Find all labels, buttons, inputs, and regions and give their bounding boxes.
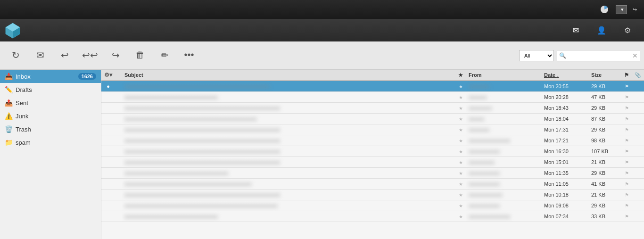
flag-icon[interactable]: ⚑ — [625, 214, 629, 219]
user-dropdown[interactable]: ▾ — [616, 5, 627, 14]
email-flag[interactable]: ⚑ — [621, 179, 632, 190]
col-size[interactable]: Size — [588, 70, 621, 81]
nav-mail[interactable]: ✉ — [566, 23, 588, 38]
star-icon[interactable]: ★ — [459, 160, 463, 165]
reply-button[interactable]: ↩ — [53, 48, 76, 64]
star-icon[interactable]: ★ — [459, 116, 463, 122]
flag-icon[interactable]: ⚑ — [625, 192, 629, 198]
flag-icon[interactable]: ⚑ — [625, 95, 629, 100]
col-subject[interactable]: Subject — [122, 70, 455, 81]
star-icon[interactable]: ★ — [459, 192, 463, 198]
flag-icon[interactable]: ⚑ — [625, 171, 629, 176]
table-row[interactable]: xxxxxxxxxxxxxxxxxxxxxxxxxxxxxxxxxxxxxxxx… — [101, 157, 644, 168]
email-attach — [632, 135, 644, 146]
folder-label-spam: spam — [16, 139, 31, 146]
email-flag[interactable]: ⚑ — [621, 124, 632, 135]
table-row[interactable]: xxxxxxxxxxxxxxxxxxxxxxxxxxxxxxxxxxxx ★ x… — [101, 92, 644, 103]
star-icon[interactable]: ★ — [459, 181, 463, 187]
sidebar-folder-inbox[interactable]: 📥 Inbox 1626 — [0, 70, 101, 83]
sidebar-folder-spam[interactable]: 📁 spam — [0, 136, 101, 149]
table-row[interactable]: xxxxxxxxxxxxxxxxxxxxxxxxxxxxxxxxxxxxxxxx… — [101, 190, 644, 200]
star-icon[interactable]: ★ — [459, 127, 463, 132]
table-row[interactable]: xxxxxxxxxxxxxxxxxxxxxxxxxxxxxxxxxxxxxxxx… — [101, 179, 644, 190]
email-star[interactable]: ★ — [455, 168, 466, 179]
email-flag[interactable]: ⚑ — [621, 92, 632, 103]
email-star[interactable]: ★ — [455, 211, 466, 222]
search-input[interactable] — [566, 53, 632, 58]
star-icon[interactable]: ★ — [459, 95, 463, 100]
email-flag[interactable]: ⚑ — [621, 168, 632, 179]
flag-icon[interactable]: ⚑ — [625, 106, 629, 111]
flag-icon[interactable]: ⚑ — [625, 149, 629, 154]
email-star[interactable]: ★ — [455, 103, 466, 114]
email-flag[interactable]: ⚑ — [621, 157, 632, 168]
mark-button[interactable]: ✏ — [153, 48, 176, 64]
email-star[interactable]: ★ — [455, 190, 466, 200]
email-star[interactable]: ★ — [455, 92, 466, 103]
star-icon[interactable]: ★ — [459, 138, 463, 143]
email-star[interactable]: ★ — [455, 179, 466, 190]
email-star[interactable]: ★ — [455, 135, 466, 146]
email-flag[interactable]: ⚑ — [621, 211, 632, 222]
options-icon[interactable]: ⚙▾ — [104, 72, 112, 78]
forward-button[interactable]: ↪ — [104, 48, 127, 64]
col-star-header[interactable]: ★ — [455, 70, 466, 81]
email-star[interactable]: ★ — [455, 146, 466, 157]
flag-icon[interactable]: ⚑ — [625, 181, 629, 187]
star-icon[interactable]: ★ — [459, 214, 463, 219]
col-options[interactable]: ⚙▾ — [101, 70, 115, 81]
star-icon[interactable]: ★ — [459, 106, 463, 111]
email-star[interactable]: ★ — [455, 200, 466, 211]
sidebar-folder-drafts[interactable]: ✏️ Drafts — [0, 83, 101, 96]
nav-settings[interactable]: ⚙ — [618, 23, 640, 38]
table-row[interactable]: xxxxxxxxxxxxxxxxxxxxxxxxxxxxxxxxxxxx ★ x… — [101, 211, 644, 222]
sidebar-folder-junk[interactable]: ⚠️ Junk — [0, 109, 101, 123]
refresh-button[interactable]: ↻ — [4, 48, 27, 64]
table-row[interactable]: xxxxxxxxxxxxxxxxxxxxxxxxxxxxxxxxxxxxxxxx… — [101, 168, 644, 179]
email-flag[interactable]: ⚑ — [621, 200, 632, 211]
nav-addressbook[interactable]: 👤 — [590, 23, 616, 38]
flag-icon[interactable]: ⚑ — [625, 138, 629, 143]
flag-icon[interactable]: ⚑ — [625, 203, 629, 208]
compose-button[interactable]: ✉ — [28, 48, 52, 64]
col-flag-header[interactable]: ⚑ — [621, 70, 632, 81]
flag-icon[interactable]: ⚑ — [625, 160, 629, 165]
star-icon[interactable]: ★ — [459, 149, 463, 154]
flag-icon[interactable]: ⚑ — [625, 84, 629, 89]
table-row[interactable]: xxxxxxxxxxxxxxxxxxxxxxxxxxxxxxxxxxxxxxxx… — [101, 135, 644, 146]
email-star[interactable]: ★ — [455, 124, 466, 135]
reply-all-button[interactable]: ↩↩ — [77, 48, 103, 64]
email-star[interactable]: ★ — [455, 81, 466, 92]
table-row[interactable]: xxxxxxxxxxxxxxxxxxxxxxxxxxxxxxxxxxxxxxxx… — [101, 200, 644, 211]
filter-select[interactable]: All Unread Flagged — [519, 50, 554, 61]
email-list-container[interactable]: ⚙▾ Subject ★ From Date ↓ Size ⚑ 📎 ● xxxx… — [101, 70, 644, 239]
star-icon[interactable]: ★ — [459, 84, 463, 89]
email-flag[interactable]: ⚑ — [621, 114, 632, 124]
email-attach — [632, 114, 644, 124]
logout-button[interactable]: ↪ — [633, 7, 638, 13]
delete-button[interactable]: 🗑 — [128, 48, 152, 63]
table-row[interactable]: xxxxxxxxxxxxxxxxxxxxxxxxxxxxxxxxxxxxxxxx… — [101, 124, 644, 135]
col-from[interactable]: From — [466, 70, 541, 81]
email-star[interactable]: ★ — [455, 114, 466, 124]
table-row[interactable]: xxxxxxxxxxxxxxxxxxxxxxxxxxxxxxxxxxxxxxxx… — [101, 114, 644, 124]
flag-icon[interactable]: ⚑ — [625, 127, 629, 132]
email-flag[interactable]: ⚑ — [621, 135, 632, 146]
more-button[interactable]: ••• — [177, 48, 201, 63]
table-row[interactable]: ● xxxxxxxxxxxxxxxxxxxxxxxxxxxxxxxxxxxxxx… — [101, 81, 644, 92]
sidebar-folder-trash[interactable]: 🗑️ Trash — [0, 123, 101, 136]
reply-icon: ↩ — [61, 49, 69, 61]
email-flag[interactable]: ⚑ — [621, 146, 632, 157]
star-icon[interactable]: ★ — [459, 203, 463, 208]
star-icon[interactable]: ★ — [459, 171, 463, 176]
email-star[interactable]: ★ — [455, 157, 466, 168]
search-clear-button[interactable]: ✕ — [632, 52, 638, 59]
flag-icon[interactable]: ⚑ — [625, 116, 629, 122]
email-flag[interactable]: ⚑ — [621, 190, 632, 200]
email-flag[interactable]: ⚑ — [621, 81, 632, 92]
table-row[interactable]: xxxxxxxxxxxxxxxxxxxxxxxxxxxxxxxxxxxxxxxx… — [101, 103, 644, 114]
email-flag[interactable]: ⚑ — [621, 103, 632, 114]
col-date[interactable]: Date ↓ — [541, 70, 588, 81]
table-row[interactable]: xxxxxxxxxxxxxxxxxxxxxxxxxxxxxxxxxxxxxxxx… — [101, 146, 644, 157]
sidebar-folder-sent[interactable]: 📤 Sent — [0, 96, 101, 109]
